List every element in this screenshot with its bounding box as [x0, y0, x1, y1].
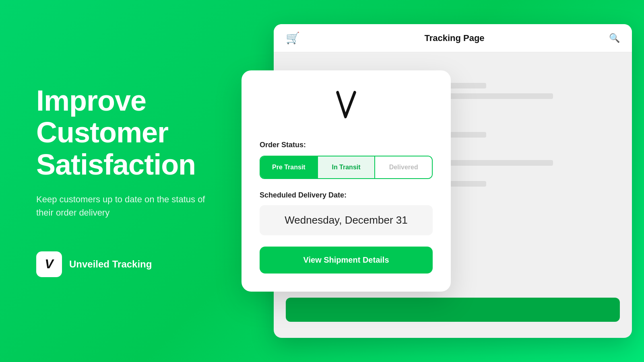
status-tabs: Pre Transit In Transit Delivered: [260, 156, 433, 179]
tab-in-transit[interactable]: In Transit: [317, 156, 375, 178]
delivery-date-label: Scheduled Delivery Date:: [260, 191, 433, 200]
brand-logo-box: V: [36, 251, 62, 277]
browser-page-title: Tracking Page: [424, 33, 484, 43]
headline: Improve Customer Satisfaction: [36, 85, 209, 181]
order-status-label: Order Status:: [260, 141, 433, 149]
card-logo: [260, 90, 433, 127]
brand-row: V Unveiled Tracking: [36, 251, 209, 277]
right-section: 🛒 Tracking Page 🔍: [242, 0, 644, 362]
brand-name: Unveiled Tracking: [69, 259, 152, 270]
delivery-date-box: Wednesday, December 31: [260, 205, 433, 235]
browser-header: 🛒 Tracking Page 🔍: [274, 24, 632, 52]
cart-icon: 🛒: [286, 31, 300, 45]
view-shipment-details-button[interactable]: View Shipment Details: [260, 247, 433, 274]
search-icon[interactable]: 🔍: [609, 33, 620, 43]
brand-logo-letter: V: [45, 257, 53, 272]
card-logo-letter: [336, 90, 357, 127]
tab-pre-transit[interactable]: Pre Transit: [260, 156, 317, 178]
subtitle: Keep customers up to date on the status …: [36, 193, 209, 219]
tracking-card: Order Status: Pre Transit In Transit Del…: [242, 70, 451, 292]
browser-cta-button[interactable]: [286, 298, 620, 322]
left-section: Improve Customer Satisfaction Keep custo…: [0, 53, 242, 309]
tab-delivered[interactable]: Delivered: [374, 156, 432, 178]
